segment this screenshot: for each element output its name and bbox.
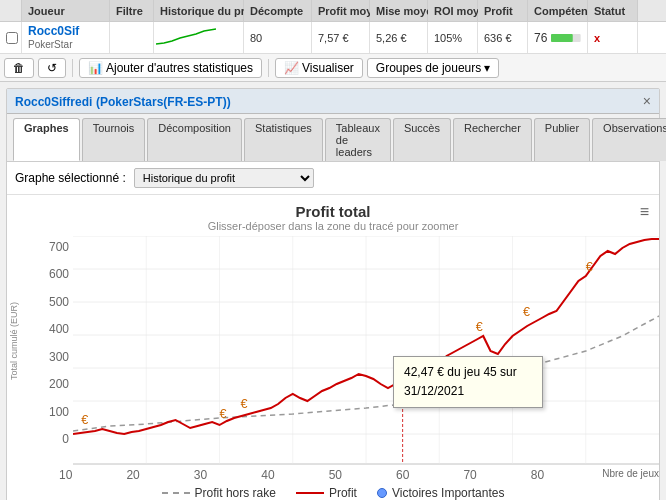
refresh-icon: ↺	[47, 61, 57, 75]
panel-title-bar: Rocc0Siffredi (PokerStars(FR-ES-PT)) ×	[7, 89, 659, 114]
tab-tournois[interactable]: Tournois	[82, 118, 146, 161]
euro-label-6: €	[523, 305, 530, 319]
checkbox-header	[0, 0, 22, 21]
tab-statistiques[interactable]: Statistiques	[244, 118, 323, 161]
y-axis-label: Total cumulé (EUR)	[9, 302, 19, 380]
y-tick-300: 300	[49, 350, 69, 364]
chart-subtitle: Glisser-déposer dans la zone du tracé po…	[7, 220, 659, 236]
graph-selector-dropdown[interactable]: Historique du profit	[134, 168, 314, 188]
player-site: PokerStar	[28, 39, 72, 50]
x-tick-40: 40	[261, 468, 274, 482]
player-name[interactable]: Rocc0Sif	[28, 24, 79, 38]
delete-icon: 🗑	[13, 61, 25, 75]
separator-1	[72, 59, 73, 77]
col-misemoy-header[interactable]: Mise moyenne	[370, 0, 428, 21]
x-tick-20: 20	[126, 468, 139, 482]
y-axis: 700 600 500 400 300 200 100 0	[21, 236, 73, 466]
col-joueur-header[interactable]: Joueur	[22, 0, 110, 21]
x-tick-60: 60	[396, 468, 409, 482]
panel-player-site: PokerStars(FR-ES-PT)	[100, 95, 227, 109]
tab-succes[interactable]: Succès	[393, 118, 451, 161]
col-statut-header[interactable]: Statut	[588, 0, 638, 21]
tab-observations[interactable]: Observations	[592, 118, 666, 161]
main-chart-svg: € € € € € € €	[73, 236, 659, 466]
col-comp-header[interactable]: Compétence	[528, 0, 588, 21]
competence-value: 76	[534, 31, 547, 45]
legend-dashed-line	[162, 492, 190, 494]
panel-player-name: Rocc0Siffredi	[15, 95, 92, 109]
legend-profit: Profit	[296, 486, 357, 500]
tab-decomposition[interactable]: Décomposition	[147, 118, 242, 161]
dropdown-arrow-icon: ▾	[484, 61, 490, 75]
tab-publier[interactable]: Publier	[534, 118, 590, 161]
visualiser-button[interactable]: 📈 Visualiser	[275, 58, 363, 78]
legend-profit-label: Profit	[329, 486, 357, 500]
graph-selector-label: Graphe sélectionné :	[15, 171, 126, 185]
col-filtre-header[interactable]: Filtre	[110, 0, 154, 21]
col-profitmoy-header[interactable]: Profit moyen	[312, 0, 370, 21]
competence-bar	[551, 31, 581, 45]
y-tick-200: 200	[49, 377, 69, 391]
chart-menu-icon[interactable]: ≡	[640, 203, 649, 221]
table-header: Joueur Filtre Historique du profit Décom…	[0, 0, 666, 22]
x-axis-label: Nbre de jeux	[602, 468, 659, 482]
x-tick-50: 50	[329, 468, 342, 482]
toolbar: 🗑 ↺ 📊 Ajouter d'autres statistiques 📈 Vi…	[0, 54, 666, 82]
visualiser-label: Visualiser	[302, 61, 354, 75]
main-panel: Rocc0Siffredi (PokerStars(FR-ES-PT)) × G…	[6, 88, 660, 500]
euro-label-2: €	[220, 407, 227, 421]
col-hist-header[interactable]: Historique du profit	[154, 0, 244, 21]
roi-cell: 105%	[428, 22, 478, 53]
col-roi-header[interactable]: ROI moyen	[428, 0, 478, 21]
profit-cell: 636 €	[478, 22, 528, 53]
legend-profit-hors-rake-label: Profit hors rake	[195, 486, 276, 500]
tab-rechercher[interactable]: Rechercher	[453, 118, 532, 161]
sparkline-cell	[154, 22, 244, 53]
chart-title: Profit total	[7, 195, 659, 220]
groupes-button[interactable]: Groupes de joueurs ▾	[367, 58, 499, 78]
y-tick-500: 500	[49, 295, 69, 309]
add-stats-label: Ajouter d'autres statistiques	[106, 61, 253, 75]
legend-victoires: Victoires Importantes	[377, 486, 505, 500]
col-decomp-header[interactable]: Décompte	[244, 0, 312, 21]
chart-svg-area[interactable]: € € € € € € € 42,47 € du jeu 45 sur 31/1…	[73, 236, 659, 466]
panel-site-paren-close: )	[227, 95, 231, 109]
player-checkbox[interactable]	[6, 32, 18, 44]
y-tick-700: 700	[49, 240, 69, 254]
y-tick-600: 600	[49, 267, 69, 281]
add-stats-button[interactable]: 📊 Ajouter d'autres statistiques	[79, 58, 262, 78]
y-tick-400: 400	[49, 322, 69, 336]
chart-area: Profit total Glisser-déposer dans la zon…	[7, 195, 659, 500]
profit-moyen-cell: 7,57 €	[312, 22, 370, 53]
legend-dot-icon	[377, 488, 387, 498]
x-axis: 10 20 30 40 50 60 70 80 Nbre de jeux	[7, 466, 659, 482]
x-tick-10: 10	[59, 468, 72, 482]
mise-moyenne-cell: 5,26 €	[370, 22, 428, 53]
col-profit-header[interactable]: Profit	[478, 0, 528, 21]
euro-label-5: €	[476, 320, 483, 334]
close-button[interactable]: ×	[643, 93, 651, 109]
graph-selector-bar: Graphe sélectionné : Historique du profi…	[7, 162, 659, 195]
panel-title: Rocc0Siffredi (PokerStars(FR-ES-PT))	[15, 94, 231, 109]
delete-button[interactable]: 🗑	[4, 58, 34, 78]
separator-2	[268, 59, 269, 77]
legend-profit-hors-rake: Profit hors rake	[162, 486, 276, 500]
legend-solid-line	[296, 492, 324, 494]
tabs-bar: Graphes Tournois Décomposition Statistiq…	[7, 114, 659, 162]
euro-label-3: €	[240, 397, 247, 411]
groupes-label: Groupes de joueurs	[376, 61, 481, 75]
tab-graphes[interactable]: Graphes	[13, 118, 80, 161]
x-tick-70: 70	[463, 468, 476, 482]
chart-legend: Profit hors rake Profit Victoires Import…	[7, 482, 659, 500]
row-checkbox[interactable]	[0, 22, 22, 53]
tab-tableaux[interactable]: Tableaux de leaders	[325, 118, 391, 161]
euro-label-7: €	[586, 260, 593, 274]
add-stats-icon: 📊	[88, 61, 103, 75]
visualiser-icon: 📈	[284, 61, 299, 75]
euro-label-1: €	[81, 413, 88, 427]
sparkline-chart	[156, 26, 216, 50]
euro-label-4: €	[397, 357, 404, 371]
x-tick-80: 80	[531, 468, 544, 482]
svg-rect-1	[551, 34, 573, 42]
refresh-button[interactable]: ↺	[38, 58, 66, 78]
